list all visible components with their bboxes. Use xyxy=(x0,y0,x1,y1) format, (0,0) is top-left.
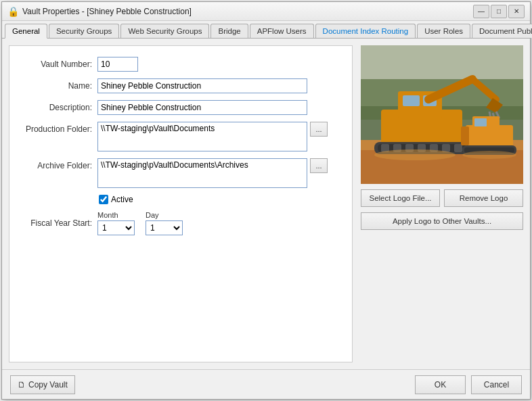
archive-folder-wrap: \\TW-staging\pVault\Documents\Archives .… xyxy=(97,158,328,188)
description-label: Description: xyxy=(18,103,92,112)
active-label: Active xyxy=(111,195,133,204)
cancel-button[interactable]: Cancel xyxy=(471,375,522,394)
tab-web-security-groups[interactable]: Web Security Groups xyxy=(120,24,209,38)
vault-number-row: Vault Number: xyxy=(18,57,344,72)
app-icon: 🔒 xyxy=(7,6,18,17)
copy-icon: 🗋 xyxy=(18,380,26,390)
apply-logo-button[interactable]: Apply Logo to Other Vaults... xyxy=(361,212,523,230)
close-button[interactable]: ✕ xyxy=(508,5,525,18)
excavator-illustration xyxy=(361,45,523,184)
right-panel: Select Logo File... Remove Logo Apply Lo… xyxy=(361,45,523,362)
copy-vault-label: Copy Vault xyxy=(28,380,68,390)
production-folder-input[interactable]: \\TW-staging\pVault\Documents xyxy=(97,122,307,151)
content-area: Vault Number: Name: Description: Product… xyxy=(2,39,530,369)
select-logo-button[interactable]: Select Logo File... xyxy=(361,189,440,207)
svg-point-30 xyxy=(462,151,516,159)
name-label: Name: xyxy=(18,81,92,91)
tab-bar: General Security Groups Web Security Gro… xyxy=(2,21,530,39)
title-bar-buttons: — □ ✕ xyxy=(473,5,525,18)
description-input[interactable] xyxy=(97,100,307,115)
bottom-bar: 🗋 Copy Vault OK Cancel xyxy=(2,369,530,399)
vault-number-input[interactable] xyxy=(97,57,138,72)
svg-rect-7 xyxy=(403,95,420,106)
production-folder-wrap: \\TW-staging\pVault\Documents ... xyxy=(97,122,328,151)
fiscal-year-group: Month 1 2 3 4 5 6 7 8 9 10 11 xyxy=(97,211,183,235)
production-folder-row: Production Folder: \\TW-staging\pVault\D… xyxy=(18,122,344,151)
title-bar: 🔒 Vault Properties - [Shiney Pebble Cons… xyxy=(2,2,530,21)
minimize-button[interactable]: — xyxy=(473,5,489,18)
svg-rect-26 xyxy=(461,126,469,145)
copy-vault-button[interactable]: 🗋 Copy Vault xyxy=(10,375,75,394)
left-panel: Vault Number: Name: Description: Product… xyxy=(9,45,353,362)
bottom-right-buttons: OK Cancel xyxy=(415,375,522,394)
tab-security-groups[interactable]: Security Groups xyxy=(49,24,119,38)
vault-number-label: Vault Number: xyxy=(18,60,92,69)
name-input[interactable] xyxy=(97,78,307,93)
tab-document-index-routing[interactable]: Document Index Routing xyxy=(315,24,416,38)
archive-folder-input[interactable]: \\TW-staging\pVault\Documents\Archives xyxy=(97,158,307,188)
description-row: Description: xyxy=(18,100,344,115)
day-label: Day xyxy=(146,211,183,219)
fiscal-month-item: Month 1 2 3 4 5 6 7 8 9 10 11 xyxy=(97,211,135,235)
name-row: Name: xyxy=(18,78,344,93)
fiscal-year-row: Fiscal Year Start: Month 1 2 3 4 5 6 7 8 xyxy=(18,211,344,235)
production-folder-label: Production Folder: xyxy=(18,122,92,134)
svg-rect-21 xyxy=(442,144,450,152)
window-title: Vault Properties - [Shiney Pebble Constr… xyxy=(22,7,473,16)
archive-folder-row: Archive Folder: \\TW-staging\pVault\Docu… xyxy=(18,158,344,188)
main-window: 🔒 Vault Properties - [Shiney Pebble Cons… xyxy=(1,1,531,400)
day-select[interactable]: 1 2 3 4 5 xyxy=(146,220,183,235)
svg-rect-25 xyxy=(474,118,487,126)
remove-logo-button[interactable]: Remove Logo xyxy=(444,189,523,207)
month-select[interactable]: 1 2 3 4 5 6 7 8 9 10 11 12 xyxy=(97,220,135,235)
logo-preview xyxy=(361,45,523,184)
tab-user-roles[interactable]: User Roles xyxy=(417,24,470,38)
fiscal-year-label: Fiscal Year Start: xyxy=(18,218,92,228)
tab-apflow-users[interactable]: APFlow Users xyxy=(250,24,314,38)
archive-folder-label: Archive Folder: xyxy=(18,158,92,170)
archive-folder-browse-button[interactable]: ... xyxy=(310,158,328,173)
fiscal-day-item: Day 1 2 3 4 5 xyxy=(146,211,183,235)
svg-point-29 xyxy=(374,149,456,160)
ok-button[interactable]: OK xyxy=(415,375,466,394)
tab-bridge[interactable]: Bridge xyxy=(210,24,248,38)
svg-rect-22 xyxy=(454,144,462,152)
active-checkbox-wrap: Active xyxy=(99,195,133,204)
tab-document-publishing[interactable]: Document Publishing xyxy=(472,24,532,38)
active-row: Active xyxy=(18,195,344,204)
maximize-button[interactable]: □ xyxy=(491,5,507,18)
logo-buttons-row: Select Logo File... Remove Logo xyxy=(361,189,523,207)
production-folder-browse-button[interactable]: ... xyxy=(310,122,328,137)
tab-general[interactable]: General xyxy=(5,24,47,39)
active-checkbox[interactable] xyxy=(99,195,108,204)
month-label: Month xyxy=(97,211,135,219)
